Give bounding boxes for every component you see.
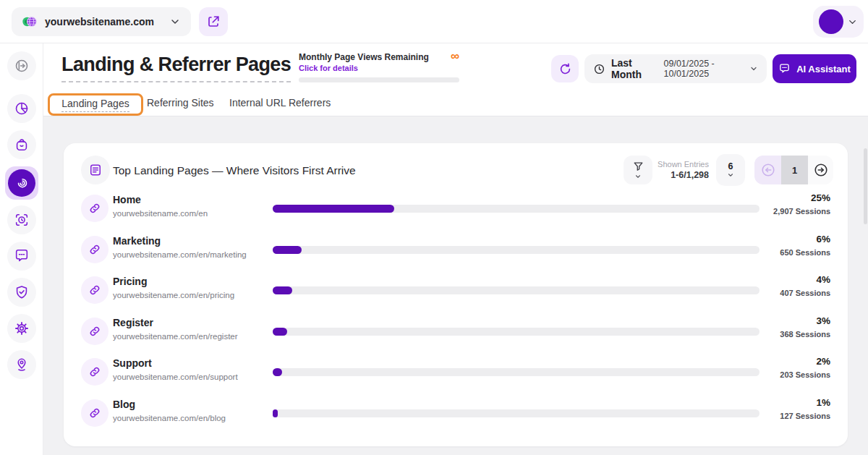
refresh-button[interactable]	[551, 55, 579, 82]
table-row: Marketing yourwebsitename.com/en/marketi…	[64, 229, 848, 271]
pagination: 1	[754, 156, 833, 184]
sessions-bar-fill	[273, 246, 302, 254]
sessions-bar-fill	[273, 409, 278, 417]
shown-entries-value: 1-6/1,298	[647, 170, 709, 180]
shield-check-icon	[14, 284, 30, 300]
page-size-value: 6	[728, 161, 733, 171]
expand-panel-icon	[14, 58, 30, 74]
sessions-bar-fill	[273, 328, 287, 336]
sidebar-item-feedback[interactable]	[7, 242, 36, 271]
site-selector-dropdown[interactable]: yourwebsitename.com	[12, 7, 191, 36]
previous-page-button[interactable]	[754, 156, 781, 184]
link-icon	[88, 243, 101, 256]
sidebar-item-ecommerce[interactable]	[7, 130, 36, 159]
sidebar-item-overview[interactable]	[7, 94, 36, 123]
sessions-bar-track	[273, 205, 760, 213]
sessions-count: 368 Sessions	[780, 330, 830, 339]
globe-icon	[22, 14, 38, 30]
sidebar-item-visitors[interactable]	[7, 350, 36, 379]
page-link-button[interactable]	[81, 399, 109, 427]
arrow-left-circle-icon	[760, 162, 776, 178]
sidebar-nav	[0, 43, 43, 455]
open-site-button[interactable]	[199, 7, 228, 36]
tab-landing-pages[interactable]: Landing Pages	[61, 98, 129, 112]
ai-assistant-button[interactable]: AI Assistant	[773, 54, 856, 83]
page-link-button[interactable]	[81, 236, 109, 263]
page-url: yourwebsitename.com/en/pricing	[113, 291, 234, 299]
sessions-count: 650 Sessions	[780, 248, 830, 257]
tab-internal-url-referrers[interactable]: Internal URL Referrers	[229, 97, 331, 109]
page-views-label: Monthly Page Views Remaining	[299, 52, 459, 62]
sessions-bar-fill	[273, 286, 292, 294]
table-row: Register yourwebsitename.com/en/register…	[64, 311, 848, 352]
sessions-percent: 4%	[816, 274, 830, 285]
arrow-right-circle-icon	[813, 162, 829, 178]
page-title: Landing & Referrer Pages	[61, 54, 291, 82]
current-page-indicator[interactable]: 1	[781, 156, 808, 184]
location-pin-icon	[14, 357, 30, 373]
refresh-icon	[558, 62, 572, 76]
link-icon	[88, 365, 101, 378]
shown-entries-label: Shown Entries	[647, 160, 709, 169]
chevron-down-icon	[847, 17, 858, 27]
sidebar-item-tracking[interactable]	[7, 205, 36, 234]
sessions-percent: 6%	[816, 234, 830, 244]
account-menu[interactable]	[813, 6, 864, 38]
sidebar-item-sessions-active[interactable]	[5, 166, 38, 200]
settings-gear-icon	[14, 320, 30, 336]
link-icon	[88, 202, 101, 215]
sessions-bar-fill	[273, 368, 282, 376]
sidebar-item-expand[interactable]	[7, 51, 36, 80]
sessions-percent: 2%	[816, 356, 830, 367]
chevron-down-icon	[634, 173, 642, 180]
external-link-icon	[207, 15, 220, 28]
page-name: Home	[113, 194, 141, 205]
avatar	[819, 9, 843, 34]
page-name: Support	[113, 357, 152, 369]
page-url: yourwebsitename.com/en	[113, 209, 208, 218]
landing-pages-card: Top Landing Pages — Where Visitors First…	[64, 143, 848, 446]
page-url: yourwebsitename.com/en/register	[113, 332, 238, 341]
page-name: Register	[113, 317, 153, 328]
page-link-button[interactable]	[81, 358, 109, 386]
table-row: Blog yourwebsitename.com/en/blog 1% 127 …	[64, 393, 848, 434]
site-selector-label: yourwebsitename.com	[45, 16, 169, 27]
chevron-down-icon	[727, 171, 734, 179]
sidebar-item-security[interactable]	[7, 278, 36, 307]
link-icon	[88, 284, 101, 297]
page-header: Landing & Referrer Pages Monthly Page Vi…	[43, 43, 868, 116]
page-link-button[interactable]	[81, 318, 109, 345]
page-views-remaining: Monthly Page Views Remaining Click for d…	[299, 52, 459, 82]
page-size-dropdown[interactable]: 6	[716, 154, 745, 186]
date-range-picker[interactable]: Last Month 09/01/2025 - 10/01/2025	[584, 54, 767, 83]
chat-bubble-icon	[14, 248, 30, 264]
annotation-box-orange: Landing Pages	[48, 93, 143, 116]
sessions-count: 2,907 Sessions	[773, 207, 830, 216]
sessions-bar-track	[273, 328, 760, 336]
sidebar-item-settings[interactable]	[7, 314, 36, 343]
pie-chart-icon	[14, 101, 30, 116]
topbar: yourwebsitename.com	[0, 0, 868, 43]
ai-assistant-label: AI Assistant	[796, 64, 851, 75]
page-link-button[interactable]	[81, 195, 109, 222]
sessions-count: 407 Sessions	[780, 289, 830, 297]
table-row: Home yourwebsitename.com/en 25% 2,907 Se…	[64, 188, 848, 229]
main-content: Top Landing Pages — Where Visitors First…	[43, 116, 868, 455]
link-icon	[88, 325, 101, 338]
sessions-count: 203 Sessions	[780, 370, 830, 379]
report-list-icon	[81, 156, 110, 184]
sessions-bar-track	[273, 246, 760, 254]
vertical-scrollbar[interactable]	[864, 148, 867, 224]
page-name: Pricing	[113, 276, 147, 287]
page-url: yourwebsitename.com/en/marketing	[113, 250, 247, 259]
sessions-percent: 25%	[811, 192, 830, 203]
page-name: Blog	[113, 399, 135, 410]
tab-referring-sites[interactable]: Referring Sites	[147, 97, 214, 109]
next-page-button[interactable]	[808, 156, 833, 184]
page-link-button[interactable]	[81, 276, 109, 304]
sessions-bar-fill	[273, 205, 394, 213]
clock-icon	[593, 63, 605, 75]
page-views-details-link[interactable]: Click for details	[299, 64, 459, 72]
shown-entries: Shown Entries 1-6/1,298	[647, 160, 709, 180]
page-url: yourwebsitename.com/en/support	[113, 373, 238, 381]
